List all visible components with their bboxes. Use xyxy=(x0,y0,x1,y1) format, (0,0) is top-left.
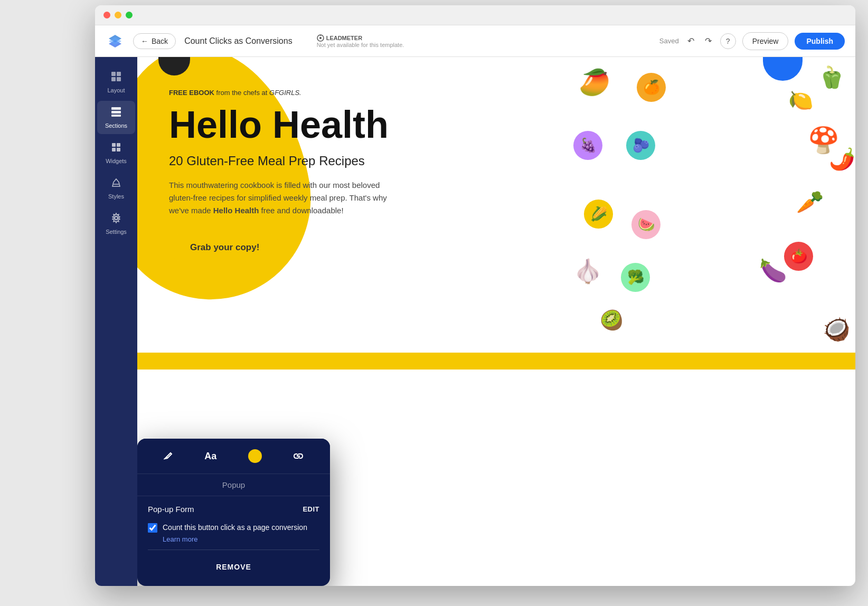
pen-icon xyxy=(164,451,173,461)
back-label: Back xyxy=(152,37,168,45)
hero-tag: FREE EBOOK from the chefs at GFGIRLS. xyxy=(169,89,542,97)
sidebar-label-settings: Settings xyxy=(106,229,127,235)
layout-icon xyxy=(110,71,122,85)
sidebar: Layout Sections xyxy=(95,57,137,586)
logo-icon xyxy=(107,33,124,50)
text-icon: Aa xyxy=(204,451,216,462)
hero-title: Hello Health xyxy=(169,105,542,145)
svg-rect-10 xyxy=(111,107,121,110)
back-button[interactable]: ← Back xyxy=(133,33,176,49)
leadmeter-label: LEADMETER xyxy=(317,34,404,42)
saved-label: Saved xyxy=(659,37,679,45)
styles-icon xyxy=(110,177,122,191)
watermelon-decoration: 🍉 xyxy=(631,210,661,239)
header-right: Saved ↶ ↷ ? Preview Publish xyxy=(659,32,845,50)
conversion-checkbox[interactable] xyxy=(148,523,157,533)
canvas-area[interactable]: FREE EBOOK from the chefs at GFGIRLS. He… xyxy=(137,57,855,586)
sidebar-label-widgets: Widgets xyxy=(106,158,127,164)
sidebar-label-layout: Layout xyxy=(107,87,125,93)
leadmeter-sublabel: Not yet available for this template. xyxy=(317,42,404,48)
svg-rect-14 xyxy=(117,143,120,147)
popup-title: Popup xyxy=(137,474,330,496)
tomato-decoration: 🍅 xyxy=(784,242,813,271)
tomato-circle: 🍅 xyxy=(784,242,813,271)
orange-decoration: 🍊 xyxy=(637,73,666,102)
fruits-container: 🥭 🍊 🫑 🍋 🍇 xyxy=(568,57,855,353)
berries-circle: 🫐 xyxy=(626,131,655,160)
hero-cta-button[interactable]: Grab your copy! xyxy=(169,234,280,261)
svg-line-19 xyxy=(166,457,167,458)
fullscreen-button[interactable] xyxy=(126,12,133,18)
hero-content: FREE EBOOK from the chefs at GFGIRLS. He… xyxy=(169,89,542,261)
svg-rect-16 xyxy=(117,148,120,152)
sidebar-item-widgets[interactable]: Widgets xyxy=(97,136,135,169)
hero-tag-italic: GFGIRLS. xyxy=(269,89,301,97)
popup-edit-button[interactable]: EDIT xyxy=(303,505,319,513)
learn-more-link[interactable]: Learn more xyxy=(163,535,307,543)
hero-right: 🥭 🍊 🫑 🍋 🍇 xyxy=(568,57,855,353)
yellow-bar xyxy=(137,353,855,370)
garlic-icon: 🧄 xyxy=(573,258,602,285)
popup-divider xyxy=(148,550,319,550)
svg-rect-6 xyxy=(111,72,116,76)
broccoli-decoration: 🥦 xyxy=(621,263,650,292)
pen-tool-button[interactable] xyxy=(161,448,176,464)
sidebar-item-sections[interactable]: Sections xyxy=(97,101,135,134)
conversion-text: Count this button click as a page conver… xyxy=(163,523,307,532)
redo-button[interactable]: ↷ xyxy=(703,34,714,48)
leadmeter-section: LEADMETER Not yet available for this tem… xyxy=(317,34,404,48)
svg-point-4 xyxy=(319,37,322,39)
svg-rect-9 xyxy=(117,77,121,81)
close-button[interactable] xyxy=(103,12,110,18)
app-logo xyxy=(106,32,125,51)
svg-rect-8 xyxy=(111,77,116,81)
app-header: ← Back Count Clicks as Conversions LEADM… xyxy=(95,25,855,57)
hero-subtitle: 20 Gluten-Free Meal Prep Recipes xyxy=(169,154,542,168)
header-title: Count Clicks as Conversions xyxy=(184,36,293,46)
link-tool-button[interactable] xyxy=(290,449,307,463)
eggplant-icon: 🍆 xyxy=(759,258,787,283)
hero-tag-rest: from the chefs at xyxy=(214,89,269,97)
lemon-icon: 🍋 xyxy=(788,89,813,112)
text-tool-button[interactable]: Aa xyxy=(201,448,220,465)
orange-circle: 🍊 xyxy=(637,73,666,102)
watermelon-circle: 🍉 xyxy=(631,210,661,239)
help-button[interactable]: ? xyxy=(720,33,736,49)
corn-decoration: 🌽 xyxy=(584,200,613,229)
svg-rect-12 xyxy=(111,115,121,117)
sidebar-item-layout[interactable]: Layout xyxy=(97,65,135,99)
blue-arc xyxy=(763,57,803,81)
grapes-circle: 🍇 xyxy=(573,131,602,160)
title-bar xyxy=(95,5,855,25)
sidebar-item-styles[interactable]: Styles xyxy=(97,172,135,205)
color-circle-icon xyxy=(248,449,262,463)
popup-toolbar: Aa xyxy=(137,439,330,474)
color-tool-button[interactable] xyxy=(245,446,265,466)
popup-remove-button[interactable]: REMOVE xyxy=(148,556,319,577)
berries-decoration: 🫐 xyxy=(626,131,655,160)
sections-icon xyxy=(110,106,122,120)
svg-rect-15 xyxy=(112,148,116,152)
preview-button[interactable]: Preview xyxy=(742,32,789,50)
hero-section: FREE EBOOK from the chefs at GFGIRLS. He… xyxy=(137,57,855,353)
svg-rect-13 xyxy=(112,143,116,147)
lime-icon: 🫑 xyxy=(818,65,845,90)
leadmeter-icon xyxy=(317,34,324,42)
back-arrow-icon: ← xyxy=(141,37,148,45)
link-icon xyxy=(293,452,304,460)
kiwi-icon: 🥝 xyxy=(600,309,624,332)
popup-body: Pop-up Form EDIT Count this button click… xyxy=(137,496,330,586)
minimize-button[interactable] xyxy=(115,12,121,18)
chili-icon: 🌶️ xyxy=(829,147,855,172)
carrot-icon: 🥕 xyxy=(796,189,824,215)
popup-form-row: Pop-up Form EDIT xyxy=(148,505,319,514)
conversion-row: Count this button click as a page conver… xyxy=(148,522,319,543)
svg-rect-7 xyxy=(117,72,121,76)
publish-button[interactable]: Publish xyxy=(795,33,845,50)
settings-icon xyxy=(110,212,122,226)
hero-tag-bold: FREE EBOOK xyxy=(169,89,214,97)
undo-button[interactable]: ↶ xyxy=(685,34,696,48)
hero-left: FREE EBOOK from the chefs at GFGIRLS. He… xyxy=(137,57,568,353)
corn-circle: 🌽 xyxy=(584,200,613,229)
sidebar-item-settings[interactable]: Settings xyxy=(97,207,135,240)
